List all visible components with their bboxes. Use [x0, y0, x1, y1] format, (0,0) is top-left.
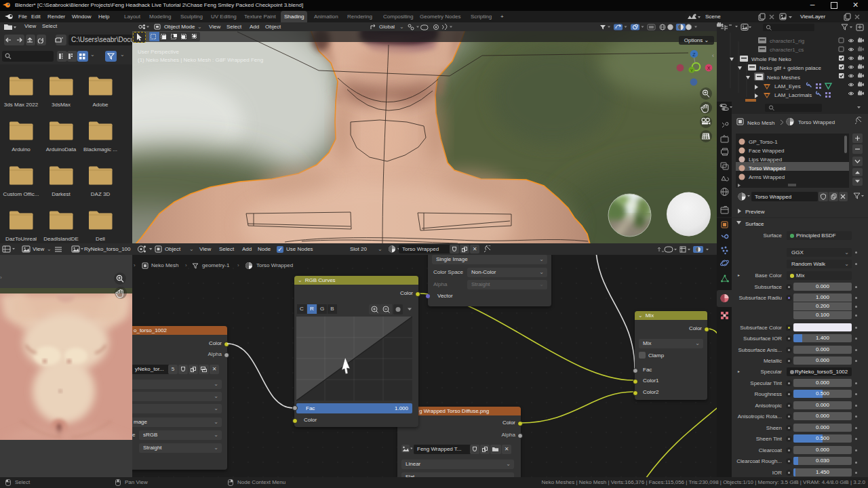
svg-text:DeadIslandDE: DeadIslandDE [43, 236, 79, 242]
svg-text:3ds Max 2022: 3ds Max 2022 [4, 102, 39, 108]
svg-text:ArduinoData: ArduinoData [46, 146, 77, 152]
svg-text:LAM_Eyes: LAM_Eyes [774, 83, 801, 89]
svg-text:Whole File Neko: Whole File Neko [751, 56, 791, 62]
svg-text:3dsMax: 3dsMax [52, 102, 71, 108]
svg-text:DAZ 3D: DAZ 3D [91, 191, 111, 197]
svg-text:Custom Offic...: Custom Offic... [3, 191, 39, 197]
svg-text:LAM_Lacrimals: LAM_Lacrimals [774, 92, 812, 98]
svg-text:Neko g8f + golden palace: Neko g8f + golden palace [760, 65, 822, 71]
svg-text:Blackmagic ...: Blackmagic ... [83, 146, 117, 152]
svg-text:DazToUnreal: DazToUnreal [5, 236, 37, 242]
svg-text:Y: Y [690, 68, 693, 73]
svg-text:Darkest: Darkest [52, 191, 71, 197]
svg-text:Z: Z [692, 52, 696, 57]
svg-text:character1_cs: character1_cs [770, 47, 804, 53]
svg-text:Arduino: Arduino [12, 146, 31, 152]
svg-text:Adobe: Adobe [92, 102, 108, 108]
svg-text:character1_rig: character1_rig [770, 38, 804, 44]
svg-text:X: X [707, 66, 711, 70]
svg-text:Dell: Dell [96, 236, 105, 242]
svg-text:Neko Meshes: Neko Meshes [767, 75, 800, 81]
